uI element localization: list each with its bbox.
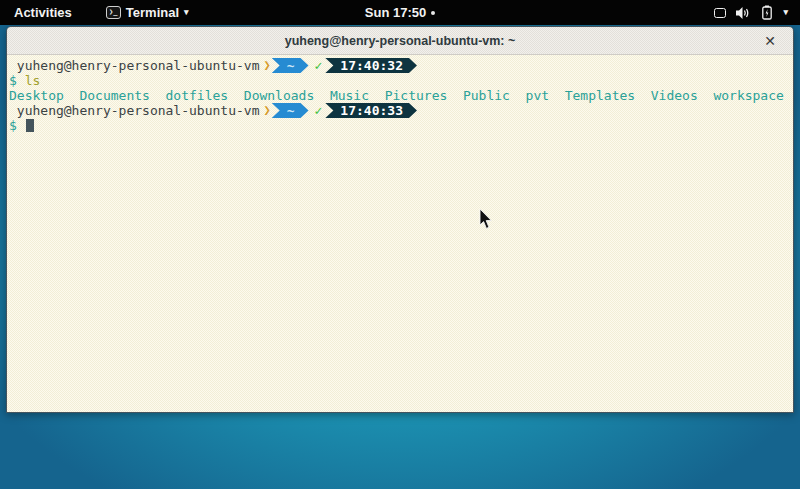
prompt-symbol: $ bbox=[9, 73, 25, 88]
chevron-right-icon: ❯ bbox=[263, 58, 270, 73]
prompt-symbol: $ bbox=[9, 118, 25, 133]
command-text: ls bbox=[25, 73, 41, 88]
cwd-segment: ~ bbox=[272, 58, 309, 73]
app-menu-label: Terminal bbox=[126, 5, 179, 20]
activities-button[interactable]: Activities bbox=[10, 5, 76, 20]
terminal-app-icon: ❯_ bbox=[106, 6, 121, 19]
mouse-cursor bbox=[479, 209, 494, 230]
terminal-line: yuheng@henry-personal-ubuntu-vm❯~✓17:40:… bbox=[9, 58, 791, 73]
chevron-down-icon: ▾ bbox=[783, 8, 788, 17]
chevron-down-icon: ▾ bbox=[184, 8, 189, 17]
window-titlebar[interactable]: yuheng@henry-personal-ubuntu-vm: ~ ✕ bbox=[7, 27, 793, 55]
chevron-right-icon: ❯ bbox=[263, 103, 270, 118]
window-title: yuheng@henry-personal-ubuntu-vm: ~ bbox=[285, 34, 516, 48]
terminal-window: yuheng@henry-personal-ubuntu-vm: ~ ✕ yuh… bbox=[6, 26, 794, 413]
terminal-line: $ bbox=[9, 118, 791, 133]
powerline-prompt: ❯~✓17:40:33 bbox=[259, 103, 417, 118]
terminal-line: Desktop Documents dotfiles Downloads Mus… bbox=[9, 88, 791, 103]
app-menu-terminal[interactable]: ❯_ Terminal ▾ bbox=[106, 5, 189, 20]
cwd-segment: ~ bbox=[272, 103, 309, 118]
clock-button[interactable]: Sun 17:50 bbox=[365, 5, 426, 20]
prompt-user-host: yuheng@henry-personal-ubuntu-vm bbox=[9, 58, 259, 73]
battery-charging-icon bbox=[760, 5, 774, 20]
terminal-line: yuheng@henry-personal-ubuntu-vm❯~✓17:40:… bbox=[9, 103, 791, 118]
powerline-prompt: ❯~✓17:40:32 bbox=[259, 58, 417, 73]
terminal-cursor bbox=[26, 119, 34, 132]
display-icon bbox=[714, 8, 726, 18]
ls-output-directories: Desktop Documents dotfiles Downloads Mus… bbox=[9, 88, 784, 103]
time-segment: 17:40:32 bbox=[325, 58, 417, 73]
top-bar: Activities ❯_ Terminal ▾ Sun 17:50 ▾ bbox=[0, 0, 800, 25]
prompt-user-host: yuheng@henry-personal-ubuntu-vm bbox=[9, 103, 259, 118]
time-segment: 17:40:33 bbox=[325, 103, 417, 118]
top-bar-left: Activities ❯_ Terminal ▾ bbox=[0, 5, 189, 20]
notification-dot-icon bbox=[431, 11, 435, 15]
status-check-icon: ✓ bbox=[315, 58, 323, 73]
terminal-content[interactable]: yuheng@henry-personal-ubuntu-vm❯~✓17:40:… bbox=[7, 55, 793, 413]
system-tray-menu[interactable]: ▾ bbox=[710, 0, 792, 25]
close-icon[interactable]: ✕ bbox=[761, 32, 779, 50]
terminal-line: $ ls bbox=[9, 73, 791, 88]
volume-icon bbox=[735, 6, 751, 20]
status-check-icon: ✓ bbox=[315, 103, 323, 118]
